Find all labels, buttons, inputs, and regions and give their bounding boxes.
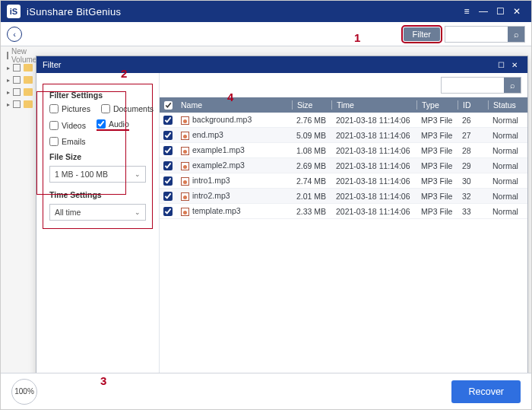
file-icon [181, 162, 189, 170]
results-table: Name Size Time Type ID Status background… [160, 97, 527, 406]
file-id: 28 [458, 146, 488, 155]
progress-indicator: 100% [11, 379, 37, 405]
file-type: MP3 File [416, 192, 458, 201]
file-type: MP3 File [416, 131, 458, 140]
back-button[interactable]: ‹ [7, 27, 22, 42]
header-size[interactable]: Size [292, 100, 331, 110]
table-row[interactable]: background.mp32.76 MB2021-03-18 11:14:06… [160, 113, 527, 128]
file-time: 2021-03-18 11:14:06 [331, 192, 416, 201]
file-icon [181, 208, 189, 216]
filter-panel-close[interactable]: ✕ [508, 61, 521, 69]
header-type[interactable]: Type [416, 100, 458, 110]
filter-button[interactable]: Filter [404, 27, 440, 41]
filter-pictures[interactable]: Pictures [49, 104, 90, 113]
file-size-select[interactable]: 1 MB - 100 MB⌄ [49, 166, 146, 183]
chevron-down-icon: ⌄ [135, 170, 141, 178]
file-type: MP3 File [416, 161, 458, 170]
table-row[interactable]: template.mp32.33 MB2021-03-18 11:14:06MP… [160, 204, 527, 219]
row-checkbox[interactable] [163, 161, 173, 170]
search-box-panel: ⌕ [441, 77, 521, 94]
file-size: 2.76 MB [292, 116, 331, 125]
app-logo: iS [7, 5, 21, 18]
table-row[interactable]: example1.mp31.08 MB2021-03-18 11:14:06MP… [160, 143, 527, 158]
maximize-button[interactable]: ☐ [492, 6, 508, 17]
table-row[interactable]: example2.mp32.69 MB2021-03-18 11:14:06MP… [160, 158, 527, 173]
row-checkbox[interactable] [163, 131, 173, 140]
row-checkbox[interactable] [163, 116, 173, 125]
file-status: Normal [488, 192, 527, 201]
file-size: 1.08 MB [292, 146, 331, 155]
filter-documents[interactable]: Documents [101, 104, 154, 113]
file-icon [181, 116, 189, 125]
filter-results-pane: ⌕ Name Size Time Type ID Status backgrou… [160, 73, 527, 406]
file-type: MP3 File [416, 116, 458, 125]
file-status: Normal [488, 176, 527, 186]
minimize-button[interactable]: — [475, 6, 492, 17]
file-name: intro2.mp3 [192, 191, 230, 200]
file-time: 2021-03-18 11:14:06 [331, 176, 416, 186]
filter-videos[interactable]: Videos [49, 119, 86, 131]
chevron-down-icon: ⌄ [135, 208, 141, 216]
file-name: intro1.mp3 [192, 176, 230, 185]
search-icon[interactable]: ⌕ [508, 27, 524, 42]
filter-panel: Filter ☐ ✕ Filter Settings Pictures Docu… [36, 56, 528, 407]
toolbar: ‹ Filter ⌕ [1, 22, 531, 46]
file-status: Normal [488, 207, 527, 216]
file-size: 2.74 MB [292, 176, 331, 186]
header-id[interactable]: ID [458, 100, 488, 110]
row-checkbox[interactable] [163, 176, 173, 186]
table-row[interactable]: end.mp35.09 MB2021-03-18 11:14:06MP3 Fil… [160, 128, 527, 143]
search-box-main: ⌕ [445, 26, 525, 43]
search-input-panel[interactable] [442, 78, 504, 93]
close-button[interactable]: ✕ [508, 6, 525, 17]
time-select[interactable]: All time⌄ [49, 204, 146, 221]
recover-button[interactable]: Recover [451, 380, 521, 403]
file-icon [181, 147, 189, 155]
row-checkbox[interactable] [163, 192, 173, 201]
file-id: 29 [458, 161, 488, 170]
file-size: 2.69 MB [292, 161, 331, 170]
filter-emails[interactable]: Emails [49, 137, 86, 146]
file-status: Normal [488, 161, 527, 170]
file-time: 2021-03-18 11:14:06 [331, 131, 416, 140]
file-id: 30 [458, 176, 488, 186]
file-type: MP3 File [416, 207, 458, 216]
header-time[interactable]: Time [331, 100, 416, 110]
file-name: example1.mp3 [192, 145, 245, 154]
table-header: Name Size Time Type ID Status [160, 97, 527, 113]
bottom-bar: 100% Recover [1, 373, 531, 409]
file-icon [181, 177, 189, 186]
file-name: end.mp3 [192, 130, 223, 139]
file-time: 2021-03-18 11:14:06 [331, 161, 416, 170]
filter-settings-heading: Filter Settings [49, 91, 146, 100]
search-icon[interactable]: ⌕ [504, 78, 521, 93]
file-size: 5.09 MB [292, 131, 331, 140]
filter-panel-maximize[interactable]: ☐ [494, 61, 508, 69]
filter-panel-title: Filter [43, 60, 494, 69]
file-status: Normal [488, 146, 527, 155]
row-checkbox[interactable] [163, 146, 173, 155]
file-id: 32 [458, 192, 488, 201]
row-checkbox[interactable] [163, 207, 173, 216]
file-size-heading: File Size [49, 152, 146, 161]
search-input-main[interactable] [445, 27, 508, 42]
file-icon [181, 192, 189, 201]
table-row[interactable]: intro1.mp32.74 MB2021-03-18 11:14:06MP3 … [160, 173, 527, 189]
time-settings-heading: Time Settings [49, 190, 146, 199]
file-name: template.mp3 [192, 206, 241, 215]
app-title: iSunshare BitGenius [27, 6, 458, 17]
header-status[interactable]: Status [488, 100, 527, 110]
file-time: 2021-03-18 11:14:06 [331, 116, 416, 125]
filter-settings-box: Filter Settings Pictures Documents Video… [43, 84, 153, 229]
menu-icon[interactable]: ≡ [458, 6, 475, 17]
file-type: MP3 File [416, 176, 458, 186]
table-row[interactable]: intro2.mp32.01 MB2021-03-18 11:14:06MP3 … [160, 189, 527, 204]
header-name[interactable]: Name [176, 100, 292, 110]
file-id: 27 [458, 131, 488, 140]
file-id: 33 [458, 207, 488, 216]
filter-audio[interactable]: Audio [97, 119, 129, 131]
filter-panel-title-bar: Filter ☐ ✕ [36, 56, 527, 73]
select-all-checkbox[interactable] [164, 101, 173, 110]
file-size: 2.01 MB [292, 192, 331, 201]
file-time: 2021-03-18 11:14:06 [331, 146, 416, 155]
